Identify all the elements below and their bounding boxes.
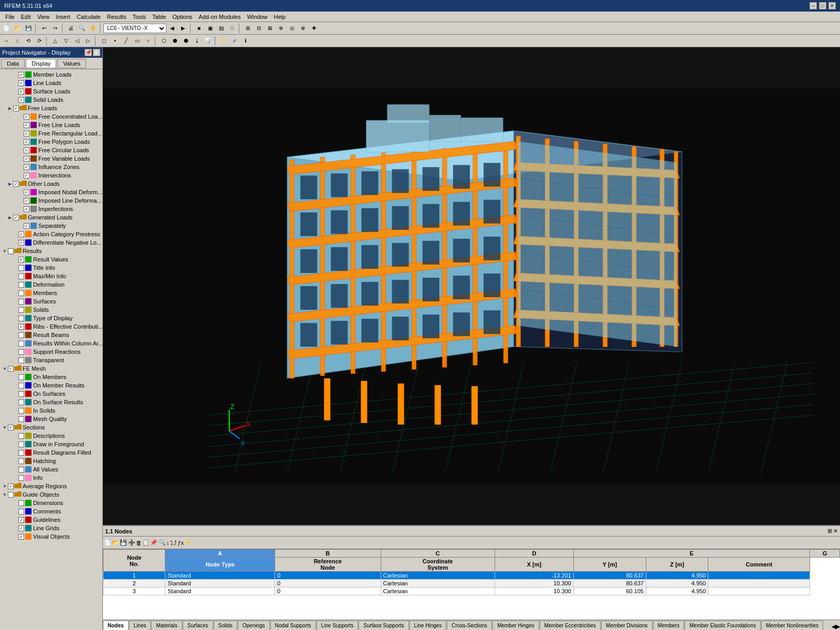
tree-item-all-values[interactable]: All Values xyxy=(0,465,102,474)
bottom-tab-cross-sections[interactable]: Cross-Sections xyxy=(447,621,492,630)
expand-icon[interactable] xyxy=(13,534,18,539)
tree-checkbox[interactable] xyxy=(24,223,29,229)
tree-checkbox[interactable] xyxy=(18,400,24,405)
tree-checkbox[interactable] xyxy=(8,484,14,489)
tree-item-result-values[interactable]: Result Values xyxy=(0,255,102,264)
tree-item-imperfections[interactable]: Imperfections xyxy=(0,205,102,213)
data-panel-float[interactable]: ⊞ xyxy=(827,528,832,534)
tb2-8[interactable]: ▷ xyxy=(83,36,93,46)
tree-checkbox[interactable] xyxy=(8,425,14,430)
tree-checkbox[interactable] xyxy=(18,324,24,330)
expand-icon[interactable] xyxy=(18,173,23,178)
tb2-rect[interactable]: ▭ xyxy=(132,36,142,46)
tab-next[interactable]: ▶ xyxy=(836,623,840,630)
tree-checkbox[interactable] xyxy=(18,383,24,388)
tb2-6[interactable]: ▽ xyxy=(61,36,71,46)
tree-item-results[interactable]: ▼Results xyxy=(0,247,102,255)
expand-icon[interactable] xyxy=(13,408,18,413)
tree-checkbox[interactable] xyxy=(24,173,29,178)
tree-item-sections[interactable]: ▼Sections xyxy=(0,423,102,432)
cell-2[interactable]: 0 xyxy=(275,587,381,595)
expand-icon[interactable] xyxy=(13,450,18,455)
expand-icon[interactable] xyxy=(18,122,23,128)
expand-icon[interactable] xyxy=(13,433,18,438)
tree-item-visual-objects[interactable]: Visual Objects xyxy=(0,532,102,541)
cell-5[interactable]: 80.637 xyxy=(573,580,646,587)
expand-icon[interactable] xyxy=(13,509,18,514)
tree-item-free-line-loads[interactable]: Free Line Loads xyxy=(0,121,102,129)
tree-checkbox[interactable] xyxy=(24,131,29,136)
tb-snap-1[interactable]: ⊕ xyxy=(276,23,286,34)
bottom-tab-openings[interactable]: Openings xyxy=(238,621,270,630)
menu-window[interactable]: Window xyxy=(244,13,270,21)
tree-item-descriptions[interactable]: Descriptions xyxy=(0,432,102,440)
tree-item-info[interactable]: Info xyxy=(0,474,102,482)
cell-4[interactable]: 10.300 xyxy=(495,580,573,587)
expand-icon[interactable] xyxy=(13,341,18,346)
expand-icon[interactable]: ▶ xyxy=(7,106,13,111)
cell-2[interactable]: 0 xyxy=(275,572,381,580)
menu-tools[interactable]: Tools xyxy=(129,13,149,21)
tree-checkbox[interactable] xyxy=(8,248,14,254)
expand-icon[interactable] xyxy=(18,114,23,119)
tree-item-solid-loads[interactable]: Solid Loads xyxy=(0,96,102,104)
tree-checkbox[interactable] xyxy=(18,509,24,514)
tb2-results[interactable]: 📊 xyxy=(203,36,213,46)
tb2-1[interactable]: ↔ xyxy=(1,36,12,46)
expand-icon[interactable] xyxy=(13,391,18,396)
cell-0[interactable]: 1 xyxy=(103,572,165,580)
tree-checkbox[interactable] xyxy=(18,467,24,472)
tb-new[interactable]: 📄 xyxy=(1,23,12,34)
tree-item-free-loads[interactable]: ▶Free Loads xyxy=(0,104,102,112)
tb-print[interactable]: 🖨 xyxy=(66,23,76,34)
expand-icon[interactable]: ▶ xyxy=(7,181,13,186)
tree-checkbox[interactable] xyxy=(18,316,24,321)
tab-values[interactable]: Values xyxy=(57,59,86,68)
tree-item-support-reactions[interactable]: Support Reactions xyxy=(0,348,102,356)
tb-next-lc[interactable]: ▶ xyxy=(178,23,188,34)
tree-checkbox[interactable] xyxy=(18,517,24,523)
tree-item-other-loads[interactable]: ▶Other Loads xyxy=(0,180,102,188)
tb2-line[interactable]: ╱ xyxy=(121,36,131,46)
table-row[interactable]: 3Standard0Cartesian10.30060.1054.950 xyxy=(103,587,840,595)
tab-display[interactable]: Display xyxy=(26,59,56,68)
expand-icon[interactable] xyxy=(13,274,18,279)
tree-item-on-surface-results[interactable]: On Surface Results xyxy=(0,398,102,406)
tb2-7[interactable]: ◁ xyxy=(72,36,82,46)
tree-item-deformation[interactable]: Deformation xyxy=(0,280,102,289)
tb2-surfaces[interactable]: ⬣ xyxy=(181,36,191,46)
tree-checkbox[interactable] xyxy=(18,332,24,338)
tree-checkbox[interactable] xyxy=(13,215,19,220)
bottom-tab-member-eccentricities[interactable]: Member Eccentricities xyxy=(540,621,601,630)
tree-checkbox[interactable] xyxy=(18,72,24,78)
tree-item-generated-loads[interactable]: ▶Generated Loads xyxy=(0,213,102,222)
tab-prev[interactable]: ◀ xyxy=(832,623,836,630)
tb-prev-lc[interactable]: ◀ xyxy=(167,23,177,34)
tree-item-on-surfaces[interactable]: On Surfaces xyxy=(0,390,102,398)
dp-tb-sort[interactable]: ↕ xyxy=(166,540,170,546)
tb-view-2[interactable]: ⊟ xyxy=(254,23,264,34)
dp-tb-formula[interactable]: ƒx xyxy=(178,540,184,546)
tb2-members[interactable]: ⬢ xyxy=(170,36,180,46)
expand-icon[interactable] xyxy=(13,232,18,237)
tree-item-imposed-line[interactable]: Imposed Line Deforma... xyxy=(0,196,102,205)
expand-icon[interactable] xyxy=(13,383,18,388)
tree-checkbox[interactable] xyxy=(18,274,24,279)
tree-item-line-grids[interactable]: Line Grids xyxy=(0,524,102,532)
expand-icon[interactable]: ▼ xyxy=(2,366,7,371)
dp-tb-export[interactable]: ⤴ xyxy=(174,540,177,546)
tree-checkbox[interactable] xyxy=(18,341,24,346)
dp-tb-save[interactable]: 💾 xyxy=(120,539,127,546)
tree-checkbox[interactable] xyxy=(18,232,24,237)
menu-help[interactable]: Help xyxy=(271,13,289,21)
dp-tb-delete[interactable]: 🗑 xyxy=(136,540,142,546)
tree-item-surfaces[interactable]: Surfaces xyxy=(0,297,102,306)
tree-item-free-polygon[interactable]: Free Polygon Loads xyxy=(0,138,102,146)
dp-tb-open[interactable]: 📂 xyxy=(112,539,119,546)
expand-icon[interactable] xyxy=(13,475,18,480)
tb-render-4[interactable]: □ xyxy=(227,23,237,34)
tree-item-results-within-column[interactable]: Results Within Column Ar... xyxy=(0,339,102,348)
tb-zoom[interactable]: 🔍 xyxy=(77,23,87,34)
tree-checkbox[interactable] xyxy=(18,433,24,439)
tree-checkbox[interactable] xyxy=(24,139,29,145)
